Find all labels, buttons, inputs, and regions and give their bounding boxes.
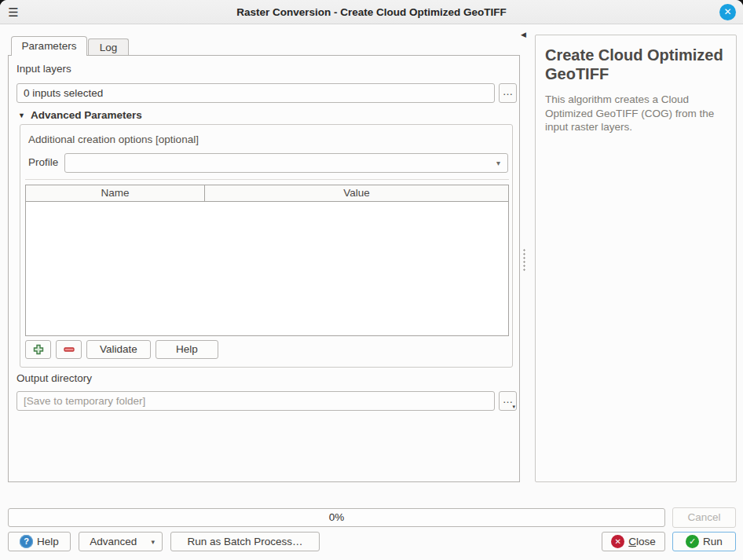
advanced-button[interactable]: Advanced ▾ bbox=[79, 532, 163, 551]
window-close-button[interactable]: ✕ bbox=[719, 4, 736, 20]
advanced-parameters-group: Additional creation options [optional] P… bbox=[20, 124, 513, 368]
profile-select[interactable]: ▾ bbox=[64, 153, 508, 173]
run-icon: ✓ bbox=[686, 535, 699, 548]
input-layers-browse-button[interactable]: … bbox=[499, 83, 517, 103]
run-as-batch-button[interactable]: Run as Batch Process… bbox=[170, 532, 320, 551]
chevron-down-icon: ▾ bbox=[496, 159, 500, 167]
plus-icon bbox=[33, 344, 44, 355]
panel-collapse-icon[interactable]: ◀ bbox=[521, 31, 526, 38]
advanced-button-label: Advanced bbox=[79, 536, 147, 547]
output-directory-label: Output directory bbox=[16, 372, 92, 384]
creation-options-table: Name Value bbox=[25, 185, 509, 336]
window-title: Raster Conversion - Create Cloud Optimiz… bbox=[0, 0, 743, 24]
run-button[interactable]: ✓ Run bbox=[672, 532, 736, 551]
help-button-label: Help bbox=[37, 536, 59, 547]
help-button[interactable]: ? Help bbox=[8, 532, 71, 551]
close-button[interactable]: ✕ Close bbox=[602, 532, 665, 551]
progress-bar: 0% bbox=[8, 508, 665, 527]
column-header-value[interactable]: Value bbox=[205, 185, 508, 201]
collapse-arrow-icon: ▼ bbox=[18, 112, 25, 119]
divider bbox=[25, 179, 509, 180]
chevron-down-icon: ▾ bbox=[151, 538, 155, 546]
table-header-row: Name Value bbox=[26, 185, 508, 202]
ellipsis-icon: … bbox=[503, 393, 514, 405]
help-panel: Create Cloud Optimized GeoTIFF This algo… bbox=[535, 35, 737, 482]
output-directory-field[interactable]: [Save to temporary folder] bbox=[16, 391, 495, 411]
help-icon: ? bbox=[20, 535, 33, 548]
batch-button-label: Run as Batch Process… bbox=[187, 536, 302, 547]
chevron-down-icon: ▾ bbox=[512, 404, 515, 409]
options-help-button[interactable]: Help bbox=[156, 340, 218, 359]
run-button-label: Run bbox=[703, 536, 723, 547]
add-row-button[interactable] bbox=[25, 340, 51, 359]
output-directory-browse-button[interactable]: … ▾ bbox=[499, 391, 517, 411]
cancel-button[interactable]: Cancel bbox=[672, 507, 736, 528]
algorithm-title: Create Cloud Optimized GeoTIFF bbox=[545, 46, 727, 83]
parameters-pane: Input layers 0 inputs selected … ▼ Advan… bbox=[8, 55, 520, 482]
input-layers-field[interactable]: 0 inputs selected bbox=[16, 83, 495, 103]
dialog-window: ☰ Raster Conversion - Create Cloud Optim… bbox=[0, 0, 743, 560]
creation-options-label: Additional creation options [optional] bbox=[28, 134, 199, 145]
input-layers-label: Input layers bbox=[16, 63, 71, 75]
advanced-parameters-label: Advanced Parameters bbox=[31, 109, 142, 121]
profile-label: Profile bbox=[28, 156, 58, 168]
close-icon: ✕ bbox=[611, 535, 624, 548]
close-button-label: Close bbox=[628, 536, 656, 547]
splitter-handle[interactable] bbox=[523, 248, 525, 272]
minus-icon bbox=[64, 344, 75, 355]
title-bar: ☰ Raster Conversion - Create Cloud Optim… bbox=[0, 0, 743, 24]
validate-button[interactable]: Validate bbox=[86, 340, 151, 359]
remove-row-button[interactable] bbox=[56, 340, 82, 359]
tab-parameters[interactable]: Parameters bbox=[11, 36, 87, 56]
algorithm-description: This algorithm creates a Cloud Optimized… bbox=[545, 93, 727, 134]
column-header-name[interactable]: Name bbox=[26, 185, 205, 201]
advanced-parameters-header[interactable]: ▼ Advanced Parameters bbox=[18, 109, 142, 121]
tab-log[interactable]: Log bbox=[88, 38, 129, 56]
